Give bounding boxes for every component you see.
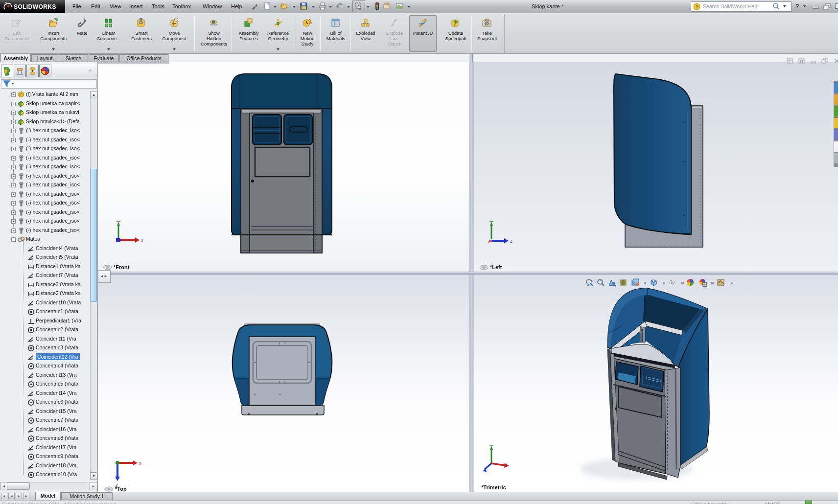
svg-text:z: z xyxy=(510,238,512,244)
svg-text:?: ? xyxy=(696,4,698,9)
svg-text:6y: 6y xyxy=(669,279,675,285)
svg-text:x: x xyxy=(139,460,141,466)
svg-text:x: x xyxy=(141,238,143,243)
